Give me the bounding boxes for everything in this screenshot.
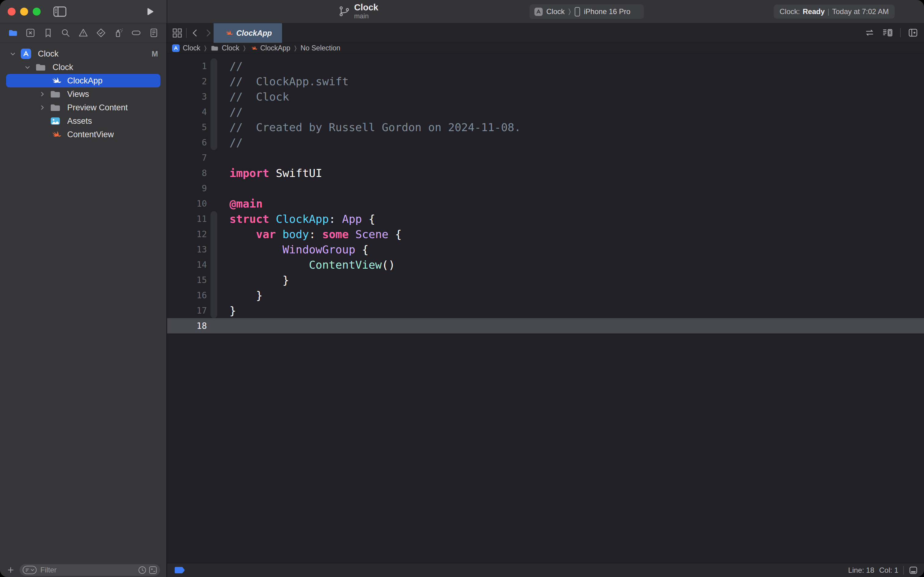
line-number[interactable]: 12 (167, 229, 207, 239)
line-number[interactable]: 8 (167, 168, 207, 178)
go-forward-icon[interactable] (203, 28, 213, 38)
minimize-button[interactable] (20, 8, 28, 16)
disclosure-chevron-icon[interactable] (37, 91, 48, 97)
line-number[interactable]: 13 (167, 245, 207, 255)
tree-item-assets[interactable]: Assets (0, 114, 167, 128)
tree-item-clock[interactable]: Clock (0, 61, 167, 74)
toggle-left-sidebar-icon[interactable] (53, 6, 67, 17)
go-back-icon[interactable] (190, 28, 200, 38)
tree-item-clockapp[interactable]: ClockApp (6, 74, 160, 87)
line-number[interactable]: 14 (167, 260, 207, 270)
filter-input[interactable] (40, 566, 138, 575)
code-text: // Clock (229, 90, 289, 103)
zoom-button[interactable] (33, 8, 41, 16)
swift-icon (48, 129, 63, 140)
source-control-navigator-icon[interactable] (25, 27, 36, 39)
code-line-15[interactable]: 15 } (167, 272, 924, 288)
code-line-9[interactable]: 9 (167, 181, 924, 196)
fold-ribbon (211, 89, 217, 104)
line-number[interactable]: 10 (167, 199, 207, 209)
recents-clock-icon[interactable] (138, 566, 146, 574)
line-number[interactable]: 6 (167, 137, 207, 148)
code-line-6[interactable]: 6// (167, 135, 924, 150)
issues-navigator-icon[interactable] (78, 27, 89, 39)
bookmarks-navigator-icon[interactable] (42, 27, 53, 39)
close-button[interactable] (8, 8, 16, 16)
line-number[interactable]: 15 (167, 275, 207, 285)
code-text: var body: some Scene { (229, 228, 402, 240)
line-number[interactable]: 5 (167, 122, 207, 132)
code-line-4[interactable]: 4// (167, 104, 924, 119)
line-number[interactable]: 16 (167, 290, 207, 300)
code-text: WindowGroup { (229, 243, 369, 256)
debug-navigator-icon[interactable] (113, 27, 124, 39)
line-number[interactable]: 17 (167, 306, 207, 316)
fold-ribbon (211, 272, 217, 288)
code-line-11[interactable]: 11struct ClockApp: App { (167, 211, 924, 226)
code-line-16[interactable]: 16 } (167, 288, 924, 303)
tab-bar-separator (186, 28, 187, 38)
code-line-5[interactable]: 5// Created by Russell Gordon on 2024-11… (167, 119, 924, 135)
reports-navigator-icon[interactable] (148, 27, 159, 39)
editor-tab-clockapp[interactable]: ClockApp (214, 23, 282, 43)
tests-navigator-icon[interactable] (95, 27, 106, 39)
line-number[interactable]: 4 (167, 107, 207, 117)
line-number[interactable]: 2 (167, 76, 207, 87)
editor-options-icon[interactable] (882, 28, 893, 38)
code-text: } (229, 289, 262, 301)
swift-file-icon (250, 44, 257, 52)
filter-field[interactable] (19, 564, 160, 576)
line-number[interactable]: 3 (167, 92, 207, 102)
breadcrumb-project[interactable]: Clock (172, 44, 200, 52)
breadcrumb-selection[interactable]: No Selection (300, 44, 340, 52)
code-line-3[interactable]: 3// Clock (167, 89, 924, 104)
project-navigator-icon[interactable] (7, 27, 18, 39)
line-number[interactable]: 7 (167, 153, 207, 163)
fold-ribbon (211, 226, 217, 242)
source-control-branch-icon (338, 5, 350, 18)
tree-item-contentview[interactable]: ContentView (0, 128, 167, 141)
code-line-10[interactable]: 10@main (167, 196, 924, 211)
code-line-2[interactable]: 2// ClockApp.swift (167, 74, 924, 89)
code-line-17[interactable]: 17} (167, 303, 924, 318)
scm-status-filter-icon[interactable] (149, 566, 157, 574)
find-navigator-icon[interactable] (60, 27, 71, 39)
code-line-7[interactable]: 7 (167, 150, 924, 165)
source-editor[interactable]: 1//2// ClockApp.swift3// Clock4//5// Cre… (167, 54, 924, 563)
scheme-selector[interactable]: Clock 〉 iPhone 16 Pro (530, 4, 644, 19)
breakpoints-navigator-icon[interactable] (130, 27, 142, 39)
iphone-icon (575, 7, 580, 16)
code-text: struct ClockApp: App { (229, 213, 375, 225)
line-number[interactable]: 9 (167, 184, 207, 193)
line-number[interactable]: 1 (167, 61, 207, 71)
disclosure-chevron-icon[interactable] (7, 50, 18, 57)
code-line-1[interactable]: 1// (167, 58, 924, 74)
code-line-14[interactable]: 14 ContentView() (167, 257, 924, 272)
add-item-button[interactable] (7, 566, 14, 574)
disclosure-chevron-icon[interactable] (22, 64, 33, 71)
related-items-icon[interactable] (172, 28, 182, 38)
breadcrumb-file[interactable]: ClockApp (250, 44, 290, 52)
code-line-12[interactable]: 12 var body: some Scene { (167, 226, 924, 242)
tree-item-label: Views (67, 90, 89, 99)
breakpoints-toggle-icon[interactable] (174, 567, 185, 574)
project-navigator-tree: ClockMClockClockAppViewsPreview ContentA… (0, 43, 167, 141)
code-line-8[interactable]: 8import SwiftUI (167, 165, 924, 181)
run-button[interactable] (145, 7, 155, 16)
debug-bar: Line: 18 Col: 1 (167, 563, 924, 577)
line-number[interactable]: 18 (167, 321, 207, 331)
disclosure-chevron-icon[interactable] (37, 104, 48, 111)
code-review-icon[interactable] (864, 28, 875, 38)
line-number[interactable]: 11 (167, 214, 207, 224)
tree-item-clock[interactable]: ClockM (0, 47, 167, 61)
code-line-13[interactable]: 13 WindowGroup { (167, 242, 924, 257)
add-editor-icon[interactable] (908, 28, 919, 38)
fold-ribbon (211, 135, 217, 150)
tree-item-preview-content[interactable]: Preview Content (0, 101, 167, 114)
tree-item-views[interactable]: Views (0, 87, 167, 101)
editor-controls-separator (900, 28, 901, 37)
code-line-18[interactable]: 18 (167, 318, 924, 334)
breadcrumb-group[interactable]: Clock (211, 44, 240, 52)
tree-item-label: ClockApp (67, 76, 103, 85)
toggle-debug-area-icon[interactable] (909, 566, 918, 575)
